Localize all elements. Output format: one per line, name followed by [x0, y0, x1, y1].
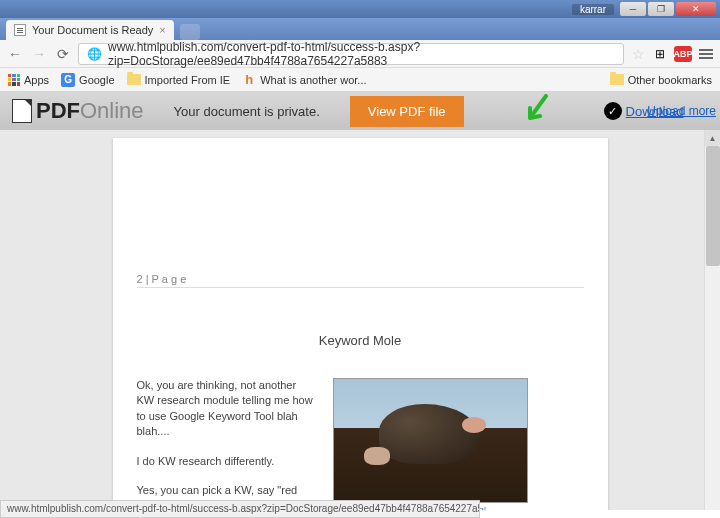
- window-close-button[interactable]: ✕: [676, 2, 716, 16]
- extension-icon[interactable]: ⊞: [652, 46, 668, 62]
- url-input[interactable]: 🌐 www.htmlpublish.com/convert-pdf-to-htm…: [78, 43, 624, 65]
- tab-title: Your Document is Ready: [32, 24, 153, 36]
- adblock-icon[interactable]: ABP: [674, 46, 692, 62]
- apps-bookmark[interactable]: Apps: [8, 74, 49, 86]
- pdfonline-logo[interactable]: PDFOnline: [12, 98, 144, 124]
- scroll-up-button[interactable]: ▲: [705, 130, 720, 146]
- tab-close-icon[interactable]: ×: [159, 24, 165, 36]
- private-message: Your document is private.: [174, 104, 320, 119]
- document-body: Ok, you are thinking, not another KW res…: [137, 378, 584, 510]
- bookmark-label: Google: [79, 74, 114, 86]
- menu-button[interactable]: [698, 46, 714, 62]
- document-preview-area: 2 | P a g e Keyword Mole Ok, you are thi…: [0, 130, 720, 510]
- globe-icon: 🌐: [87, 47, 102, 61]
- h-icon: h: [242, 73, 256, 87]
- bookmark-label: What is another wor...: [260, 74, 366, 86]
- paragraph: Ok, you are thinking, not another KW res…: [137, 378, 317, 440]
- logo-text-light: Online: [80, 98, 144, 124]
- vertical-scrollbar[interactable]: ▲: [704, 130, 720, 510]
- paragraph: I do KW research differently.: [137, 454, 317, 469]
- imported-bookmark[interactable]: Imported From IE: [127, 74, 231, 86]
- document-text-column: Ok, you are thinking, not another KW res…: [137, 378, 317, 510]
- bookmarks-bar: Apps G Google Imported From IE h What is…: [0, 68, 720, 92]
- google-icon: G: [61, 73, 75, 87]
- url-text: www.htmlpublish.com/convert-pdf-to-html/…: [108, 40, 615, 68]
- page-number: 2 | P a g e: [137, 273, 584, 288]
- mole-image: [333, 378, 528, 503]
- tab-bar: Your Document is Ready ×: [0, 18, 720, 40]
- bookmark-label: Other bookmarks: [628, 74, 712, 86]
- page-icon: [12, 99, 32, 123]
- address-bar: ← → ⟳ 🌐 www.htmlpublish.com/convert-pdf-…: [0, 40, 720, 68]
- page-header: PDFOnline Your document is private. View…: [0, 92, 720, 130]
- bookmark-label: Imported From IE: [145, 74, 231, 86]
- back-button[interactable]: ←: [6, 45, 24, 63]
- reload-button[interactable]: ⟳: [54, 45, 72, 63]
- whatis-bookmark[interactable]: h What is another wor...: [242, 73, 366, 87]
- status-bar: www.htmlpublish.com/convert-pdf-to-html/…: [0, 500, 480, 518]
- scroll-thumb[interactable]: [706, 146, 720, 266]
- document-title: Keyword Mole: [137, 333, 584, 348]
- other-bookmarks[interactable]: Other bookmarks: [610, 74, 712, 86]
- window-user: karrar: [572, 4, 614, 15]
- bookmark-star-icon[interactable]: ☆: [630, 46, 646, 62]
- logo-text-bold: PDF: [36, 98, 80, 124]
- folder-icon: [127, 74, 141, 85]
- google-bookmark[interactable]: G Google: [61, 73, 114, 87]
- bookmark-label: Apps: [24, 74, 49, 86]
- document-icon: [14, 24, 26, 36]
- new-tab-button[interactable]: [180, 24, 200, 40]
- upload-more-link[interactable]: Upload more: [647, 104, 716, 118]
- forward-button[interactable]: →: [30, 45, 48, 63]
- folder-icon: [610, 74, 624, 85]
- window-minimize-button[interactable]: ─: [620, 2, 646, 16]
- document-page: 2 | P a g e Keyword Mole Ok, you are thi…: [113, 138, 608, 510]
- apps-icon: [8, 74, 20, 86]
- document-image-wrap: Keep Digging!: [333, 378, 584, 510]
- window-titlebar: karrar ─ ❐ ✕: [0, 0, 720, 18]
- hamburger-icon: [699, 53, 713, 55]
- view-pdf-button[interactable]: View PDF file: [350, 96, 464, 127]
- window-maximize-button[interactable]: ❐: [648, 2, 674, 16]
- checkmark-icon: ✓: [604, 102, 622, 120]
- browser-tab[interactable]: Your Document is Ready ×: [6, 20, 174, 40]
